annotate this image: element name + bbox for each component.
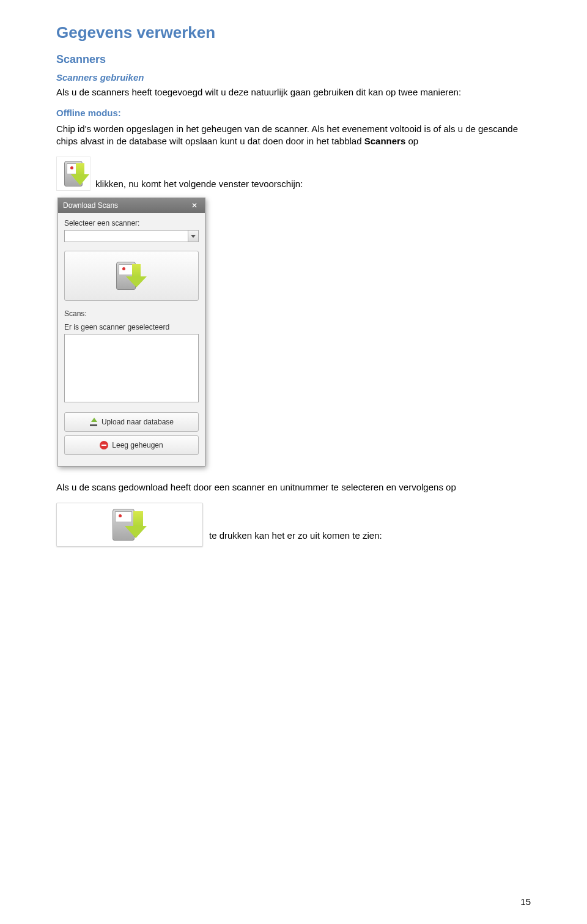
after-big-button-text: te drukken kan het er zo uit komen te zi… bbox=[209, 530, 382, 547]
download-arrow-icon bbox=[135, 511, 147, 538]
scans-list bbox=[64, 334, 199, 402]
download-button[interactable] bbox=[64, 251, 199, 301]
page-number: 15 bbox=[520, 896, 531, 907]
scanners-tab-reference: Scanners bbox=[364, 136, 406, 146]
close-icon[interactable]: ✕ bbox=[189, 201, 200, 210]
upload-button-label: Upload naar database bbox=[102, 418, 174, 426]
chip-paragraph: Chip id's worden opgeslagen in het geheu… bbox=[56, 123, 531, 148]
clear-memory-button[interactable]: Leeg geheugen bbox=[64, 435, 199, 455]
dialog-titlebar: Download Scans ✕ bbox=[58, 198, 205, 213]
subsection-heading-gebruiken: Scanners gebruiken bbox=[56, 72, 531, 83]
clear-button-label: Leeg geheugen bbox=[112, 441, 163, 449]
upload-database-button[interactable]: Upload naar database bbox=[64, 412, 199, 432]
download-arrow-icon bbox=[132, 264, 147, 287]
section-heading-scanners: Scanners bbox=[56, 53, 531, 66]
upload-icon bbox=[89, 418, 98, 426]
click-icon-line: klikken, nu komt het volgende venster te… bbox=[56, 157, 531, 193]
chip-paragraph-text-after: op bbox=[405, 136, 418, 146]
scans-label: Scans: bbox=[64, 309, 199, 318]
download-scans-dialog: Download Scans ✕ Selecteer een scanner: … bbox=[57, 198, 205, 467]
scanner-select-input[interactable] bbox=[64, 230, 188, 242]
select-scanner-label: Selecteer een scanner: bbox=[64, 219, 199, 227]
after-dialog-paragraph: Als u de scans gedownload heeft door een… bbox=[56, 481, 531, 494]
download-button-large[interactable] bbox=[56, 503, 203, 547]
no-scanner-message: Er is geen scanner geselecteerd bbox=[64, 323, 199, 331]
chevron-down-icon[interactable] bbox=[188, 230, 199, 242]
chip-paragraph-text-before: Chip id's worden opgeslagen in het geheu… bbox=[56, 124, 518, 147]
page-title: Gegevens verwerken bbox=[56, 23, 531, 42]
intro-paragraph: Als u de scanners heeft toegevoegd wilt … bbox=[56, 86, 531, 99]
offline-modus-heading: Offline modus: bbox=[56, 108, 531, 118]
dialog-title-text: Download Scans bbox=[63, 201, 118, 210]
clear-icon bbox=[100, 441, 108, 449]
after-icon-text: klikken, nu komt het volgende venster te… bbox=[95, 179, 303, 193]
download-scans-icon bbox=[56, 157, 90, 191]
scanner-select[interactable] bbox=[64, 230, 199, 242]
